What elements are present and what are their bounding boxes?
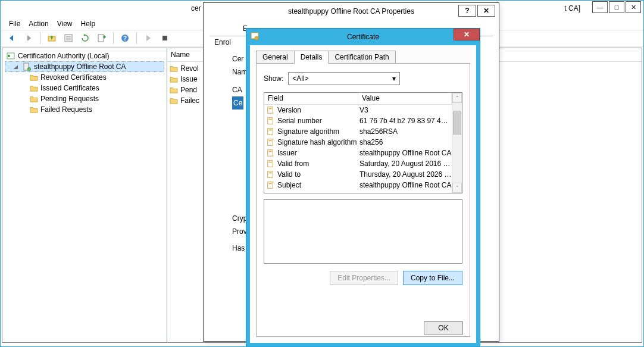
svg-rect-29 [269,173,272,174]
scrollbar[interactable]: ˄ ˅ [452,93,462,193]
scroll-thumb[interactable] [453,111,461,135]
field-value: V3 [358,106,452,114]
folder-up-icon [47,33,57,43]
props-cer: Cer [232,52,247,65]
menu-help[interactable]: Help [81,20,96,28]
certificate-titlebar[interactable]: Certificate ✕ [246,29,480,45]
forward-button[interactable] [22,32,35,45]
main-title-right: t CA] [564,4,580,12]
copy-to-file-button[interactable]: Copy to File... [403,271,462,285]
props-has: Has [232,242,247,255]
props-prov: Prov [232,225,247,238]
menu-file[interactable]: File [9,20,20,28]
list-item-label: Failec [180,96,199,105]
tree-root[interactable]: Certification Authority (Local) [5,51,164,61]
svg-rect-16 [268,107,273,114]
tree-revoked[interactable]: Revoked Certificates [5,72,164,83]
chevron-down-icon: ▾ [392,74,396,83]
properties-partial-text: Cer Nam CA Ce Cryp Prov Has [232,36,247,255]
field-value: sha256 [358,138,452,146]
properties-help-button[interactable]: ? [458,5,476,17]
svg-text:?: ? [123,35,127,42]
svg-rect-30 [268,182,273,189]
tab-details[interactable]: Details [294,51,329,64]
help-button[interactable]: ? [118,32,132,45]
field-row[interactable]: Valid fromSaturday, 20 August 2016 9:5..… [264,158,452,169]
tree-failed-label: Failed Requests [40,105,92,114]
maximize-button[interactable]: □ [609,1,624,13]
stop-icon [160,33,170,43]
export-button[interactable] [95,32,108,45]
svg-rect-20 [268,129,273,135]
properties-button[interactable] [62,32,75,45]
minimize-button[interactable]: — [592,1,608,13]
show-dropdown[interactable]: <All> ▾ [288,72,400,85]
properties-titlebar[interactable]: stealthpuppy Offline Root CA Properties … [204,3,499,20]
tab-certification-path[interactable]: Certification Path [328,51,395,64]
svg-rect-23 [269,140,272,142]
scroll-down-icon[interactable]: ˅ [452,183,462,193]
field-icon [267,106,275,114]
field-row[interactable]: Issuerstealthpuppy Offline Root CA [264,148,452,158]
tree-pending-label: Pending Requests [40,95,99,103]
field-value: Thursday, 20 August 2026 10:... [358,170,452,179]
main-window-buttons: — □ ✕ [592,1,641,13]
scroll-up-icon[interactable]: ˄ [452,93,462,103]
certificate-close-button[interactable]: ✕ [454,29,480,40]
refresh-icon [80,33,90,43]
tree-ca[interactable]: ◢ ✓ stealthpuppy Offline Root CA [5,61,164,72]
field-list-rows: VersionV3Serial number61 76 7b 4f b2 79 … [264,105,452,190]
field-value: 61 76 7b 4f b2 79 83 97 47 c8 ... [358,117,452,125]
field-row[interactable]: Signature algorithmsha256RSA [264,126,452,137]
back-button[interactable] [5,32,18,45]
tree-root-label: Certification Authority (Local) [18,52,109,60]
detail-textbox[interactable] [264,199,462,264]
field-row[interactable]: VersionV3 [264,105,452,115]
folder-icon [170,65,178,72]
certificate-button-row: Edit Properties... Copy to File... [264,271,462,285]
header-value[interactable]: Value [358,93,452,104]
menu-action[interactable]: Action [29,20,48,28]
svg-rect-19 [269,119,272,120]
certificate-dialog: Certificate ✕ General Details Certificat… [246,28,480,347]
certificate-title: Certificate [347,33,379,41]
field-row[interactable]: Serial number61 76 7b 4f b2 79 83 97 47 … [264,115,452,126]
svg-point-15 [255,36,258,40]
svg-rect-5 [98,35,104,42]
refresh-button[interactable] [79,32,92,45]
svg-rect-24 [268,150,273,157]
show-row: Show: <All> ▾ [264,72,462,85]
header-field[interactable]: Field [264,93,358,104]
tab-general[interactable]: General [256,51,295,64]
svg-rect-21 [269,130,272,131]
tree-failed[interactable]: Failed Requests [5,104,164,115]
folder-icon [30,106,38,113]
expander-icon[interactable]: ◢ [14,64,20,70]
folder-icon [30,74,38,81]
field-icon [267,127,275,136]
field-row[interactable]: Valid toThursday, 20 August 2026 10:... [264,169,452,180]
field-list-header: Field Value [264,93,452,105]
menu-view[interactable]: View [57,20,73,28]
svg-rect-25 [269,151,272,152]
stop-button[interactable] [158,32,171,45]
svg-text:✓: ✓ [28,67,30,71]
ok-button[interactable]: OK [424,321,463,335]
props-cryp: Cryp [232,212,247,225]
properties-close-button[interactable]: ✕ [477,5,495,17]
tree-issued[interactable]: Issued Certificates [5,83,164,93]
tree-pending[interactable]: Pending Requests [5,93,164,104]
certificate-tabs: General Details Certification Path [256,50,470,63]
list-item-label: Issue [180,75,198,83]
field-icon [267,181,275,189]
field-row[interactable]: Subjectstealthpuppy Offline Root CA [264,180,452,190]
folder-icon [30,95,38,102]
toolbar-separator [40,32,40,44]
svg-rect-8 [162,36,167,40]
play-button[interactable] [142,32,155,45]
field-row[interactable]: Signature hash algorithmsha256 [264,137,452,148]
close-button[interactable]: ✕ [626,1,641,13]
field-icon [267,117,275,125]
props-cert-selected[interactable]: Ce [232,96,243,110]
up-button[interactable] [45,32,58,45]
